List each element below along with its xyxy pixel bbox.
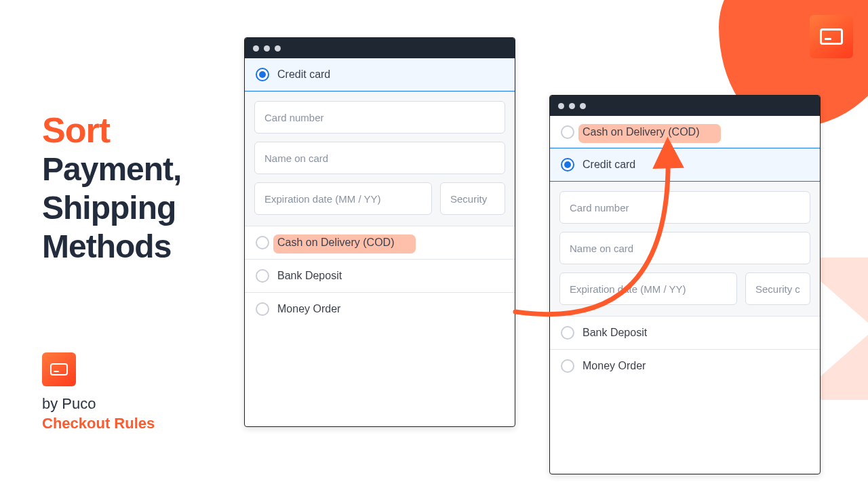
traffic-dot-icon [275,45,281,52]
field-placeholder: Security [450,193,487,205]
credit-card-form: Card number Name on card Expiration date… [245,91,515,226]
window-after: Cash on Delivery (COD) Credit card Card … [549,95,821,474]
promo-stage: Sort Payment, Shipping Methods by Puco C… [0,0,868,488]
option-label: Money Order [277,303,340,315]
window-titlebar [245,38,515,58]
radio-icon [561,359,574,373]
payment-option-cod[interactable]: Cash on Delivery (COD) [245,226,515,259]
headline: Sort Payment, Shipping Methods [42,112,245,265]
payment-option-cod[interactable]: Cash on Delivery (COD) [550,116,820,148]
field-placeholder: Name on card [264,152,328,164]
field-placeholder: Name on card [570,243,633,254]
radio-icon [561,158,574,171]
payment-option-money-order[interactable]: Money Order [245,292,515,325]
option-label: Credit card [583,159,635,171]
app-logo-badge-small [42,352,76,386]
field-placeholder: Expiration date (MM / YY) [264,193,380,205]
payment-option-bank-deposit[interactable]: Bank Deposit [550,316,820,349]
radio-icon [256,269,269,283]
headline-line: Methods [42,228,245,265]
byline-brand: Checkout Rules [42,415,155,432]
radio-icon [256,302,269,316]
option-label: Credit card [277,68,330,81]
name-on-card-field[interactable]: Name on card [559,232,810,264]
credit-card-icon [50,363,68,375]
headline-accent: Sort [42,112,245,149]
option-label: Bank Deposit [277,270,342,282]
field-placeholder: Expiration date (MM / YY) [570,283,686,295]
expiration-field[interactable]: Expiration date (MM / YY) [559,272,737,305]
card-number-field[interactable]: Card number [559,191,810,224]
traffic-dot-icon [580,103,586,109]
name-on-card-field[interactable]: Name on card [254,142,505,174]
traffic-dot-icon [264,45,270,52]
headline-line: Payment, [42,150,245,188]
security-code-field[interactable]: Security c [745,272,810,305]
radio-icon [256,68,269,81]
traffic-dot-icon [253,45,259,52]
card-number-field[interactable]: Card number [254,101,505,134]
option-label: Money Order [583,360,646,372]
payment-method-list: Cash on Delivery (COD) Credit card Card … [550,116,820,474]
field-placeholder: Card number [264,112,324,123]
payment-option-bank-deposit[interactable]: Bank Deposit [245,259,515,292]
payment-option-credit-card[interactable]: Credit card [245,58,515,92]
field-placeholder: Card number [570,202,629,214]
radio-icon [256,236,269,249]
option-label: Cash on Delivery (COD) [277,237,394,249]
window-before: Credit card Card number Name on card Exp… [244,37,515,427]
app-logo-badge [810,15,853,58]
window-titlebar [550,96,820,116]
payment-method-list: Credit card Card number Name on card Exp… [245,58,515,426]
radio-icon [561,125,574,139]
headline-line: Shipping [42,189,245,226]
option-label: Bank Deposit [583,327,647,339]
byline-prefix: by Puco [42,395,96,412]
traffic-dot-icon [558,103,564,109]
byline-text: by Puco Checkout Rules [42,394,155,433]
payment-option-credit-card[interactable]: Credit card [550,148,820,182]
radio-icon [561,326,574,340]
payment-option-money-order[interactable]: Money Order [550,349,820,382]
option-label: Cash on Delivery (COD) [583,126,699,138]
security-code-field[interactable]: Security [440,182,505,215]
credit-card-form: Card number Name on card Expiration date… [550,181,820,316]
credit-card-icon [820,28,843,45]
traffic-dot-icon [569,103,575,109]
byline: by Puco Checkout Rules [42,352,155,433]
field-placeholder: Security c [755,283,800,295]
expiration-field[interactable]: Expiration date (MM / YY) [254,182,432,215]
